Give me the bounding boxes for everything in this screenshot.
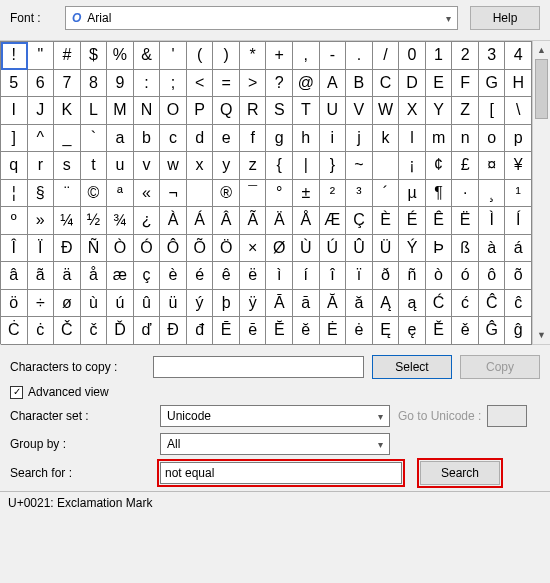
char-cell[interactable]: Ĕ (266, 317, 293, 345)
char-cell[interactable]: đ (187, 317, 214, 345)
char-cell[interactable]: ó (452, 262, 479, 290)
char-cell[interactable]: ± (293, 180, 320, 208)
char-cell[interactable]: Ô (160, 235, 187, 263)
char-cell[interactable]: % (107, 42, 134, 70)
char-cell[interactable]: K (54, 97, 81, 125)
char-cell[interactable]: j (346, 125, 373, 153)
char-cell[interactable]: ċ (28, 317, 55, 345)
scroll-thumb[interactable] (535, 59, 548, 119)
char-cell[interactable]: P (187, 97, 214, 125)
char-cell[interactable]: ¥ (505, 152, 532, 180)
char-cell[interactable]: ę (399, 317, 426, 345)
char-cell[interactable]: x (187, 152, 214, 180)
char-cell[interactable]: , (293, 42, 320, 70)
char-cell[interactable]: ē (240, 317, 267, 345)
scroll-down-icon[interactable]: ▼ (533, 326, 550, 344)
char-cell[interactable]: z (240, 152, 267, 180)
char-cell[interactable]: Ć (426, 290, 453, 318)
char-cell[interactable]: E (426, 70, 453, 98)
char-cell[interactable]: Č (54, 317, 81, 345)
char-cell[interactable]: I (1, 97, 28, 125)
char-cell[interactable]: ė (346, 317, 373, 345)
chars-to-copy-input[interactable] (153, 356, 364, 378)
char-cell[interactable]: Ē (213, 317, 240, 345)
char-cell[interactable]: " (28, 42, 55, 70)
char-cell[interactable]: é (187, 262, 214, 290)
char-cell[interactable]: y (213, 152, 240, 180)
char-cell[interactable]: @ (293, 70, 320, 98)
char-cell[interactable]: W (373, 97, 400, 125)
char-cell[interactable]: â (1, 262, 28, 290)
char-cell[interactable]: ú (107, 290, 134, 318)
char-cell[interactable]: à (479, 235, 506, 263)
char-cell[interactable]: ă (346, 290, 373, 318)
char-cell[interactable]: Ý (399, 235, 426, 263)
char-cell[interactable]: b (134, 125, 161, 153)
char-cell[interactable]: / (373, 42, 400, 70)
char-cell[interactable]: Æ (320, 207, 347, 235)
char-cell[interactable]: ò (426, 262, 453, 290)
char-cell[interactable]: 7 (54, 70, 81, 98)
char-cell[interactable]: Ì (479, 207, 506, 235)
char-cell[interactable]: ã (28, 262, 55, 290)
char-cell[interactable]: X (399, 97, 426, 125)
char-cell[interactable]: o (479, 125, 506, 153)
char-cell[interactable]: 0 (399, 42, 426, 70)
char-cell[interactable]: g (266, 125, 293, 153)
char-cell[interactable]: ² (320, 180, 347, 208)
char-cell[interactable]: h (293, 125, 320, 153)
char-cell[interactable]: § (28, 180, 55, 208)
char-cell[interactable]: è (160, 262, 187, 290)
char-cell[interactable]: B (346, 70, 373, 98)
char-cell[interactable]: J (28, 97, 55, 125)
scroll-track[interactable] (533, 59, 550, 326)
char-cell[interactable]: ñ (399, 262, 426, 290)
char-cell[interactable]: û (134, 290, 161, 318)
char-cell[interactable]: ì (266, 262, 293, 290)
char-cell[interactable]: Ú (320, 235, 347, 263)
char-cell[interactable]: Q (213, 97, 240, 125)
char-cell[interactable]: Â (213, 207, 240, 235)
char-cell[interactable]: Ã (240, 207, 267, 235)
char-cell[interactable]: Ü (373, 235, 400, 263)
advanced-view-checkbox[interactable]: ✓ (10, 386, 23, 399)
char-cell[interactable]: 2 (452, 42, 479, 70)
char-cell[interactable]: Ø (266, 235, 293, 263)
char-cell[interactable]: ü (160, 290, 187, 318)
char-cell[interactable]: Á (187, 207, 214, 235)
char-cell[interactable]: Y (426, 97, 453, 125)
search-input[interactable] (160, 462, 402, 484)
char-cell[interactable]: þ (213, 290, 240, 318)
help-button[interactable]: Help (470, 6, 540, 30)
char-cell[interactable]: . (346, 42, 373, 70)
char-cell[interactable]: ' (160, 42, 187, 70)
char-cell[interactable]: ¨ (54, 180, 81, 208)
char-cell[interactable]: Z (452, 97, 479, 125)
char-cell[interactable]: m (426, 125, 453, 153)
char-cell[interactable]: 6 (28, 70, 55, 98)
char-cell[interactable]: ! (1, 42, 28, 70)
char-cell[interactable]: w (160, 152, 187, 180)
char-cell[interactable]: H (505, 70, 532, 98)
char-cell[interactable]: + (266, 42, 293, 70)
char-cell[interactable]: T (293, 97, 320, 125)
char-cell[interactable]: ą (399, 290, 426, 318)
char-cell[interactable]: : (134, 70, 161, 98)
char-cell[interactable]: $ (81, 42, 108, 70)
char-cell[interactable]: ç (134, 262, 161, 290)
char-cell[interactable]: Ď (107, 317, 134, 345)
char-cell[interactable]: Å (293, 207, 320, 235)
grid-scrollbar[interactable]: ▲ ▼ (532, 41, 550, 344)
char-cell[interactable]: ÿ (240, 290, 267, 318)
char-cell[interactable]: f (240, 125, 267, 153)
char-cell[interactable]: ª (107, 180, 134, 208)
char-cell[interactable]: q (1, 152, 28, 180)
char-cell[interactable]: ÷ (28, 290, 55, 318)
char-cell[interactable]: v (134, 152, 161, 180)
char-cell[interactable]: ć (452, 290, 479, 318)
char-cell[interactable]: R (240, 97, 267, 125)
char-cell[interactable]: Ĝ (479, 317, 506, 345)
char-cell[interactable]: Î (1, 235, 28, 263)
char-cell[interactable]: ? (266, 70, 293, 98)
char-cell[interactable]: Ó (134, 235, 161, 263)
